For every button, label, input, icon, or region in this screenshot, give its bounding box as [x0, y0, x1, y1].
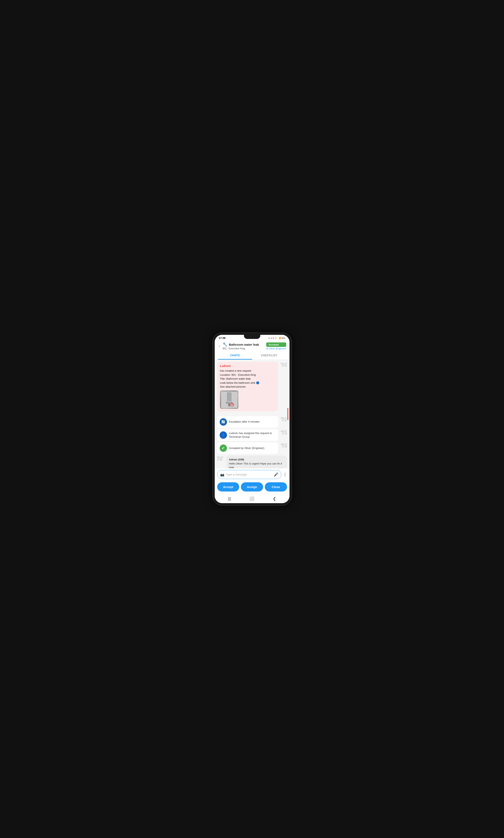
svg-rect-4	[228, 403, 230, 406]
attachment-image[interactable]	[220, 391, 238, 409]
check-icon: ✔	[220, 444, 227, 452]
assign-time: Oct-17 17:32	[279, 429, 287, 441]
camera-icon[interactable]: 📷	[220, 473, 224, 477]
tab-checklist[interactable]: CHECKLIST	[252, 352, 286, 360]
escalation-text: Escalation after 4 minutes	[229, 420, 275, 424]
gm-message: Oct-17 17:34 Adrian (GM) Hello Oliver Th…	[217, 456, 287, 468]
nav-menu-icon[interactable]: |||	[228, 496, 231, 501]
chat-area: Ludovic has created a new request Locati…	[215, 360, 289, 468]
phone-screen: 17:39 ⚠ ⚠ G 📋 📶 59% ‹ 🔧 Bathroom water l…	[215, 335, 289, 503]
red-scroll-indicator	[287, 408, 288, 420]
header-subtitle: 901 - Executive King	[222, 347, 259, 350]
ludovic-msg-time: Oct-17 17:27	[279, 362, 287, 414]
assign-message: 👤 Ludovic has assigned this request to T…	[217, 429, 287, 441]
phone-frame: 17:39 ⚠ ⚠ G 📋 📶 59% ‹ 🔧 Bathroom water l…	[212, 332, 292, 506]
nav-bar: ||| ⬜ ❮	[215, 494, 289, 503]
tabs: CHATS CHECKLIST	[218, 352, 286, 360]
header-right: Accepted by Oliver (Engineer)	[266, 342, 286, 350]
assign-text: Ludovic has assigned this request to Tec…	[229, 431, 275, 439]
escalation-icon: 🔄	[220, 418, 227, 426]
pipe-svg	[221, 392, 237, 408]
status-time: 17:39	[219, 337, 226, 340]
gm-text: Hello Oliver This is urgent Hope you can…	[229, 462, 284, 468]
more-options-icon[interactable]: ⋮	[283, 472, 287, 477]
assign-button[interactable]: Assign	[241, 482, 263, 492]
header-left: ‹ 🔧 Bathroom water leak 901 - Executive …	[218, 342, 259, 350]
ludovic-name: Ludovic	[220, 364, 275, 367]
ludovic-message-text: has created a new request Location: 901 …	[220, 369, 275, 389]
accepted-text: Accepted by Oliver (Engineer)	[229, 446, 275, 450]
message-input-box[interactable]: 📷 Type a message 🎤	[217, 470, 281, 479]
back-button[interactable]: ‹	[218, 343, 221, 349]
action-buttons: Accept Assign Close	[215, 481, 289, 494]
gm-name: Adrian (GM)	[229, 458, 284, 461]
input-area: 📷 Type a message 🎤 ⋮	[215, 468, 289, 481]
notch	[244, 335, 260, 339]
page-title: Bathroom water leak	[229, 343, 259, 346]
accepted-by-text: by Oliver (Engineer)	[266, 347, 286, 350]
gm-time: Oct-17 17:34	[217, 456, 225, 461]
app-header: ‹ 🔧 Bathroom water leak 901 - Executive …	[215, 340, 289, 360]
escalation-bubble: 🔄 Escalation after 4 minutes	[217, 416, 278, 428]
message-input[interactable]: Type a message	[226, 473, 272, 476]
accept-button[interactable]: Accept	[217, 482, 239, 492]
ludovic-bubble: Ludovic has created a new request Locati…	[217, 362, 278, 411]
header-top: ‹ 🔧 Bathroom water leak 901 - Executive …	[218, 342, 286, 350]
accepted-bubble: ✔ Accepted by Oliver (Engineer)	[217, 442, 278, 454]
ludovic-message: Ludovic has created a new request Locati…	[217, 362, 287, 414]
svg-point-3	[226, 401, 232, 403]
escalation-message: 🔄 Escalation after 4 minutes Oct-17 17:3…	[217, 416, 287, 428]
accepted-message: ✔ Accepted by Oliver (Engineer) Oct-17 1…	[217, 442, 287, 454]
wrench-icon: 🔧	[222, 342, 228, 347]
tab-chats[interactable]: CHATS	[218, 352, 252, 360]
accepted-time: Oct-17 17:32	[279, 442, 287, 454]
status-icons: ⚠ ⚠ G 📋 📶 59%	[268, 337, 285, 339]
escalation-time: Oct-17 17:31	[279, 416, 287, 428]
mic-icon[interactable]: 🎤	[274, 472, 278, 477]
gm-bubble: Adrian (GM) Hello Oliver This is urgent …	[226, 456, 287, 468]
assign-bubble: 👤 Ludovic has assigned this request to T…	[217, 429, 278, 441]
close-button[interactable]: Close	[265, 482, 287, 492]
accepted-badge: Accepted	[266, 342, 286, 347]
assign-icon: 👤	[220, 431, 227, 439]
nav-home-icon[interactable]: ⬜	[249, 496, 254, 501]
nav-back-icon[interactable]: ❮	[273, 496, 276, 501]
header-title-group: 🔧 Bathroom water leak 901 - Executive Ki…	[222, 342, 259, 350]
